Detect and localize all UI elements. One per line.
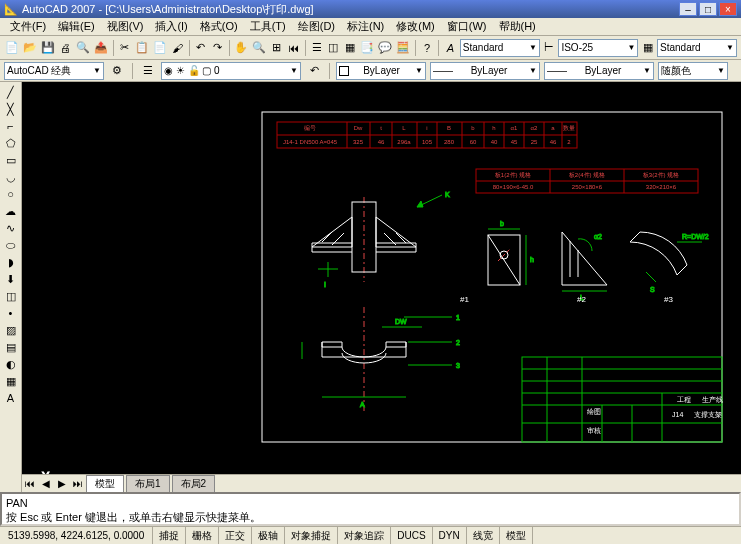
menu-modify[interactable]: 修改(M) [390, 17, 441, 36]
markup-icon[interactable]: 💬 [377, 39, 393, 57]
copy-icon[interactable]: 📋 [134, 39, 150, 57]
menu-edit[interactable]: 编辑(E) [52, 17, 101, 36]
coordinates-display: 5139.5998, 4224.6125, 0.0000 [0, 527, 153, 544]
new-icon[interactable]: 📄 [4, 39, 20, 57]
table-icon[interactable]: ▦ [2, 373, 20, 389]
toggle-polar[interactable]: 极轴 [252, 527, 285, 544]
svg-text:绘图: 绘图 [587, 408, 601, 415]
drawing-canvas[interactable]: Y X 编号 [22, 82, 741, 492]
menu-draw[interactable]: 绘图(D) [292, 17, 341, 36]
workspace-settings-icon[interactable]: ⚙ [108, 62, 126, 80]
workspace-dropdown[interactable]: AutoCAD 经典▼ [4, 62, 104, 80]
rectangle-icon[interactable]: ▭ [2, 152, 20, 168]
command-line[interactable]: PAN 按 Esc 或 Enter 键退出，或单击右键显示快捷菜单。 [0, 492, 741, 526]
color-dropdown[interactable]: ByLayer▼ [336, 62, 426, 80]
xline-icon[interactable]: ╳ [2, 101, 20, 117]
tab-nav-next-icon[interactable]: ▶ [54, 478, 70, 489]
mtext-icon[interactable]: A [2, 390, 20, 406]
publish-icon[interactable]: 📤 [93, 39, 109, 57]
menu-tools[interactable]: 工具(T) [244, 17, 292, 36]
svg-text:h: h [492, 125, 495, 131]
help-icon[interactable]: ? [420, 39, 435, 57]
maximize-button[interactable]: □ [699, 2, 717, 16]
menu-insert[interactable]: 插入(I) [149, 17, 193, 36]
svg-text:I: I [324, 281, 326, 288]
hatch-icon[interactable]: ▨ [2, 322, 20, 338]
toggle-snap[interactable]: 捕捉 [153, 527, 186, 544]
menu-file[interactable]: 文件(F) [4, 17, 52, 36]
toggle-model[interactable]: 模型 [500, 527, 533, 544]
zoom-rt-icon[interactable]: 🔍 [251, 39, 267, 57]
ellipsearc-icon[interactable]: ◗ [2, 254, 20, 270]
revcloud-icon[interactable]: ☁ [2, 203, 20, 219]
pan-icon[interactable]: ✋ [233, 39, 249, 57]
tab-layout2[interactable]: 布局2 [172, 475, 216, 493]
calc-icon[interactable]: 🧮 [395, 39, 411, 57]
toggle-ducs[interactable]: DUCS [391, 527, 432, 544]
open-icon[interactable]: 📂 [22, 39, 38, 57]
tab-model[interactable]: 模型 [86, 475, 124, 493]
minimize-button[interactable]: – [679, 2, 697, 16]
tool-palette-icon[interactable]: ▦ [342, 39, 357, 57]
spline-icon[interactable]: ∿ [2, 220, 20, 236]
menu-view[interactable]: 视图(V) [101, 17, 150, 36]
region-icon[interactable]: ◐ [2, 356, 20, 372]
save-icon[interactable]: 💾 [40, 39, 56, 57]
zoom-prev-icon[interactable]: ⏮ [286, 39, 301, 57]
match-icon[interactable]: 🖌 [170, 39, 185, 57]
toggle-ortho[interactable]: 正交 [219, 527, 252, 544]
plotstyle-dropdown[interactable]: 随颜色▼ [658, 62, 728, 80]
polygon-icon[interactable]: ⬠ [2, 135, 20, 151]
textstyle-dropdown[interactable]: Standard▼ [460, 39, 540, 57]
svg-text:Dw: Dw [354, 125, 363, 131]
toggle-dyn[interactable]: DYN [433, 527, 467, 544]
cut-icon[interactable]: ✂ [117, 39, 132, 57]
dimstyle-dropdown[interactable]: ISO-25▼ [558, 39, 638, 57]
arc-icon[interactable]: ◡ [2, 169, 20, 185]
svg-text:B: B [447, 125, 451, 131]
pline-icon[interactable]: ⌐ [2, 118, 20, 134]
lineweight-dropdown[interactable]: —— ByLayer▼ [544, 62, 654, 80]
redo-icon[interactable]: ↷ [210, 39, 225, 57]
layer-props-icon[interactable]: ☰ [139, 62, 157, 80]
circle-icon[interactable]: ○ [2, 186, 20, 202]
svg-text:审核: 审核 [587, 427, 601, 435]
block-icon[interactable]: ◫ [2, 288, 20, 304]
paste-icon[interactable]: 📄 [152, 39, 168, 57]
insert-icon[interactable]: ⬇ [2, 271, 20, 287]
menu-help[interactable]: 帮助(H) [493, 17, 542, 36]
toggle-grid[interactable]: 栅格 [186, 527, 219, 544]
menu-dimension[interactable]: 标注(N) [341, 17, 390, 36]
ellipse-icon[interactable]: ⬭ [2, 237, 20, 253]
design-center-icon[interactable]: ◫ [326, 39, 341, 57]
toggle-otrack[interactable]: 对象追踪 [338, 527, 391, 544]
menu-format[interactable]: 格式(O) [194, 17, 244, 36]
toggle-lwt[interactable]: 线宽 [467, 527, 500, 544]
layer-dropdown[interactable]: ◉ ☀ 🔓 ▢ 0▼ [161, 62, 301, 80]
tab-nav-prev-icon[interactable]: ◀ [38, 478, 54, 489]
sheet-set-icon[interactable]: 📑 [359, 39, 375, 57]
tablestyle-dropdown[interactable]: Standard▼ [657, 39, 737, 57]
properties-icon[interactable]: ☰ [309, 39, 324, 57]
tablestyle-icon[interactable]: ▦ [640, 39, 655, 57]
close-button[interactable]: × [719, 2, 737, 16]
tab-layout1[interactable]: 布局1 [126, 475, 170, 493]
svg-text:1: 1 [456, 314, 460, 321]
svg-text:25: 25 [531, 139, 538, 145]
window-title: AutoCAD 2007 - [C:\Users\Administrator\D… [22, 2, 314, 17]
point-icon[interactable]: • [2, 305, 20, 321]
preview-icon[interactable]: 🔍 [75, 39, 91, 57]
tab-nav-last-icon[interactable]: ⏭ [70, 478, 86, 489]
linetype-dropdown[interactable]: —— ByLayer▼ [430, 62, 540, 80]
dimstyle-icon[interactable]: ⊢ [542, 39, 557, 57]
zoom-win-icon[interactable]: ⊞ [269, 39, 284, 57]
textstyle-icon[interactable]: A [443, 39, 458, 57]
layer-prev-icon[interactable]: ↶ [305, 62, 323, 80]
print-icon[interactable]: 🖨 [58, 39, 73, 57]
line-icon[interactable]: ╱ [2, 84, 20, 100]
undo-icon[interactable]: ↶ [193, 39, 208, 57]
menu-window[interactable]: 窗口(W) [441, 17, 493, 36]
gradient-icon[interactable]: ▤ [2, 339, 20, 355]
toggle-osnap[interactable]: 对象捕捉 [285, 527, 338, 544]
tab-nav-first-icon[interactable]: ⏮ [22, 478, 38, 489]
